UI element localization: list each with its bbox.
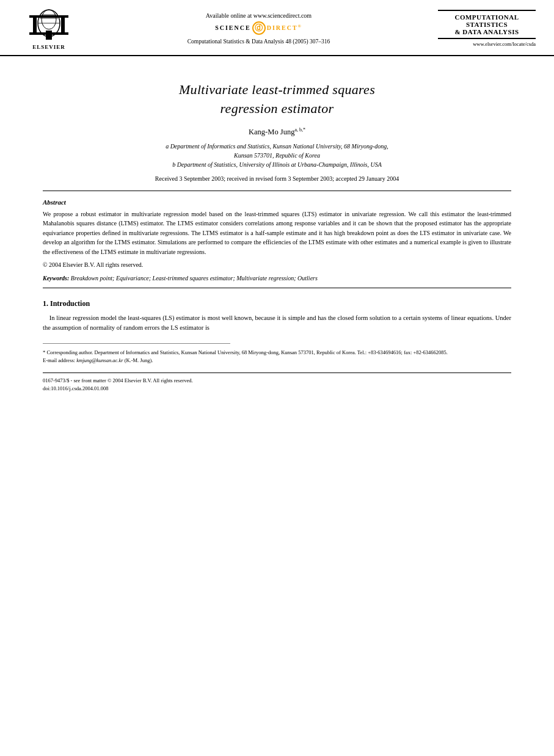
divider-1 bbox=[43, 191, 511, 191]
copyright-line: © 2004 Elsevier B.V. All rights reserved… bbox=[43, 260, 511, 270]
svg-rect-0 bbox=[46, 31, 52, 40]
available-online-text: Available online at www.sciencedirect.co… bbox=[79, 12, 438, 19]
bottom-bar: 0167-9473/$ - see front matter © 2004 El… bbox=[43, 373, 511, 393]
keywords-label: Keywords: bbox=[43, 275, 69, 282]
sciencedirect-circle-icon: ⓓ bbox=[252, 21, 266, 35]
footnote-divider bbox=[43, 343, 230, 344]
svg-rect-9 bbox=[29, 32, 68, 35]
article-title-line2: regression estimator bbox=[221, 101, 334, 116]
received-line: Received 3 September 2003; received in r… bbox=[43, 175, 511, 182]
author-sup: a, b,* bbox=[294, 127, 305, 133]
elsevier-label: ELSEVIER bbox=[32, 44, 65, 50]
footnote-email: kmjung@kunsan.ac.kr bbox=[76, 357, 123, 363]
affiliation-a: a Department of Informatics and Statisti… bbox=[43, 142, 511, 151]
footnote-star: * Corresponding author. Department of In… bbox=[43, 349, 511, 357]
issn-text: 0167-9473/$ - see front matter © 2004 El… bbox=[43, 377, 511, 385]
section1-heading: 1. Introduction bbox=[43, 299, 511, 308]
elsevier-tree-icon bbox=[24, 6, 73, 43]
direct-text: DIRECT® bbox=[267, 24, 302, 31]
keywords-line: Keywords: Breakdown point; Equivariance;… bbox=[43, 275, 511, 282]
main-content: Multivariate least-trimmed squares regre… bbox=[0, 56, 554, 411]
divider-2 bbox=[43, 288, 511, 288]
svg-rect-6 bbox=[33, 17, 37, 34]
science-text: SCIENCE bbox=[215, 24, 250, 31]
journal-url: www.elsevier.com/locate/csda bbox=[438, 41, 536, 47]
doi-text: doi:10.1016/j.csda.2004.01.008 bbox=[43, 385, 511, 393]
journal-title-line1: COMPUTATIONAL bbox=[438, 13, 536, 21]
section1-text: In linear regression model the least-squ… bbox=[43, 314, 511, 332]
article-title-line1: Multivariate least-trimmed squares bbox=[179, 82, 375, 97]
affiliation-a2: Kunsan 573701, Republic of Korea bbox=[43, 151, 511, 160]
journal-title-line2: STATISTICS bbox=[438, 21, 536, 28]
header-center: Available online at www.sciencedirect.co… bbox=[79, 12, 438, 45]
footnote-email-suffix: (K.-M. Jung). bbox=[125, 357, 153, 363]
abstract-text: We propose a robust estimator in multiva… bbox=[43, 209, 511, 257]
article-title: Multivariate least-trimmed squares regre… bbox=[43, 81, 511, 118]
page: ELSEVIER Available online at www.science… bbox=[0, 0, 554, 756]
svg-rect-8 bbox=[29, 15, 68, 18]
journal-reference: Computational Statistics & Data Analysis… bbox=[79, 38, 438, 45]
footnote-email-line: E-mail address: kmjung@kunsan.ac.kr (K.-… bbox=[43, 357, 511, 365]
elsevier-logo-block: ELSEVIER bbox=[18, 6, 79, 50]
affiliation-b: b Department of Statistics, University o… bbox=[43, 160, 511, 169]
journal-title-block: COMPUTATIONAL STATISTICS & DATA ANALYSIS… bbox=[438, 10, 536, 47]
svg-rect-7 bbox=[61, 17, 65, 34]
affiliations: a Department of Informatics and Statisti… bbox=[43, 142, 511, 169]
abstract-label: Abstract bbox=[43, 198, 511, 206]
keywords-text: Breakdown point; Equivariance; Least-tri… bbox=[71, 275, 318, 282]
svg-point-2 bbox=[42, 10, 56, 29]
authors-line: Kang-Mo Junga, b,* bbox=[43, 127, 511, 137]
journal-title-line3: & DATA ANALYSIS bbox=[438, 28, 536, 35]
journal-header: ELSEVIER Available online at www.science… bbox=[0, 0, 554, 56]
journal-title-text: COMPUTATIONAL STATISTICS & DATA ANALYSIS bbox=[438, 10, 536, 39]
footnote-email-label: E-mail address: bbox=[43, 357, 75, 363]
author-name: Kang-Mo Jung bbox=[249, 128, 294, 136]
sciencedirect-logo: SCIENCE ⓓ DIRECT® bbox=[79, 21, 438, 35]
section1-body: In linear regression model the least-squ… bbox=[43, 313, 511, 333]
